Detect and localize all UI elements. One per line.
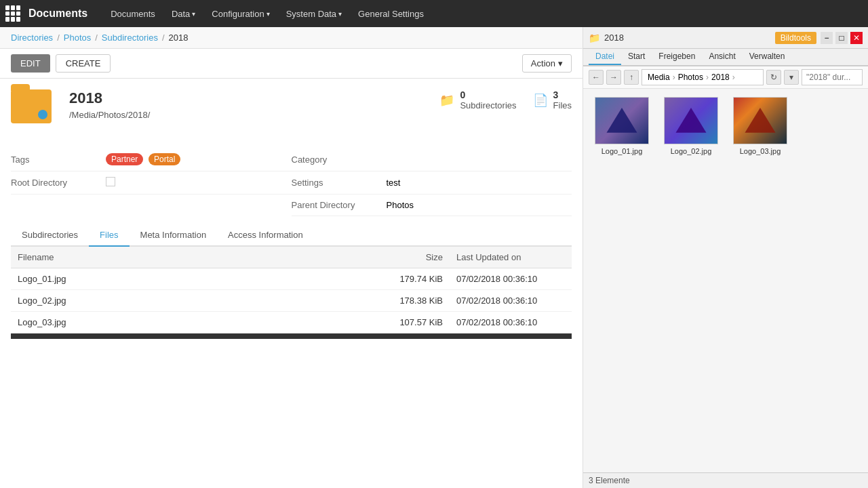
forward-button[interactable]: → <box>606 70 621 85</box>
file-grid: Logo_01.jpg Logo_02.jpg Logo_03.jpg <box>583 89 868 472</box>
dropdown-button[interactable]: ▾ <box>784 70 799 85</box>
main-layout: Directories / Photos / Subdirectories / … <box>0 27 868 488</box>
bildtools-label: Bildtools <box>775 32 816 44</box>
app-title: Documents <box>28 7 87 20</box>
nav-system-data[interactable]: System Data ▾ <box>279 6 349 22</box>
cell-filename: Logo_01.jpg <box>11 268 368 290</box>
maximize-button[interactable]: □ <box>835 32 848 44</box>
category-field: Category <box>292 148 572 171</box>
cell-size: 178.38 KiB <box>368 290 450 312</box>
breadcrumb-sep-3: / <box>162 33 165 43</box>
path-sep-3: › <box>732 73 735 82</box>
back-button[interactable]: ← <box>589 70 604 85</box>
apps-icon[interactable] <box>5 5 22 22</box>
file-item[interactable]: Logo_01.jpg <box>591 97 652 155</box>
address-bar: ← → ↑ Media › Photos › 2018 › ↻ ▾ <box>583 66 868 89</box>
file-name: Logo_02.jpg <box>671 147 712 155</box>
table-row[interactable]: Logo_02.jpg 178.38 KiB 07/02/2018 00:36:… <box>11 290 572 312</box>
breadcrumb-directories[interactable]: Directories <box>11 33 53 43</box>
toolbar: EDIT CREATE Action ▾ <box>0 49 583 79</box>
tab-access-information[interactable]: Access Information <box>217 224 314 247</box>
status-text: 3 Elemente <box>589 476 630 485</box>
folder-icon <box>11 89 52 123</box>
file-stat-icon: 📄 <box>533 93 548 108</box>
directory-path: /Media/Photos/2018/ <box>69 110 439 120</box>
cell-size: 179.74 KiB <box>368 268 450 290</box>
cell-filename: Logo_02.jpg <box>11 290 368 312</box>
folder-stat-icon: 📁 <box>439 93 454 108</box>
minimize-button[interactable]: − <box>821 32 833 44</box>
edit-button[interactable]: EDIT <box>11 54 50 73</box>
breadcrumb-sep-2: / <box>95 33 98 43</box>
top-navigation: Documents Documents Data ▾ Configuration… <box>0 0 868 27</box>
create-button[interactable]: CREATE <box>56 54 111 73</box>
chevron-down-icon: ▾ <box>558 58 563 68</box>
up-button[interactable]: ↑ <box>624 70 639 85</box>
root-directory-field: Root Directory <box>11 171 292 195</box>
ribbon-tab-verwalten[interactable]: Verwalten <box>743 49 792 65</box>
file-item[interactable]: Logo_03.jpg <box>730 97 791 155</box>
col-updated: Last Updated on <box>450 247 572 268</box>
refresh-button[interactable]: ↻ <box>766 70 781 85</box>
tag-portal: Portal <box>149 153 180 165</box>
cell-size: 107.57 KiB <box>368 312 450 333</box>
close-button[interactable]: ✕ <box>850 32 863 44</box>
explorer-title: 2018 <box>604 33 771 43</box>
nav-configuration[interactable]: Configuration ▾ <box>205 6 276 22</box>
windows-explorer: 📁 2018 Bildtools − □ ✕ Datei Start Freig… <box>583 27 868 488</box>
path-sep-1: › <box>673 73 675 82</box>
subdirectories-stat: 📁 0 Subdirectories <box>439 89 516 110</box>
fields-section: Tags Partner Portal Category Root Direct… <box>11 148 572 216</box>
folder-icon-wrap <box>11 89 58 137</box>
tag-partner: Partner <box>106 153 143 165</box>
breadcrumb: Directories / Photos / Subdirectories / … <box>0 27 583 49</box>
thumb-shape <box>674 106 708 135</box>
thumb-shape <box>743 106 777 135</box>
explorer-window-icon: 📁 <box>589 33 600 43</box>
nav-documents[interactable]: Documents <box>104 6 162 22</box>
tab-subdirectories[interactable]: Subdirectories <box>11 224 89 247</box>
chevron-down-icon: ▾ <box>192 10 195 18</box>
explorer-titlebar: 📁 2018 Bildtools − □ ✕ <box>583 27 868 49</box>
root-directory-checkbox[interactable] <box>106 177 115 186</box>
root-directory-value <box>106 177 292 188</box>
breadcrumb-subdirectories[interactable]: Subdirectories <box>102 33 158 43</box>
directory-header: 2018 /Media/Photos/2018/ 📁 0 Subdirector… <box>11 89 572 137</box>
files-table: Filename Size Last Updated on Logo_01.jp… <box>11 247 572 333</box>
parent-directory-value: Photos <box>387 200 572 210</box>
tab-files[interactable]: Files <box>89 224 129 247</box>
action-button[interactable]: Action ▾ <box>522 54 572 73</box>
parent-directory-field: Parent Directory Photos <box>292 195 572 216</box>
ribbon-tab-start[interactable]: Start <box>621 49 652 65</box>
directory-name: 2018 <box>69 89 439 107</box>
ribbon-tab-datei[interactable]: Datei <box>589 49 621 65</box>
file-item[interactable]: Logo_02.jpg <box>660 97 722 155</box>
file-name: Logo_03.jpg <box>740 147 781 155</box>
address-path[interactable]: Media › Photos › 2018 › <box>642 69 764 85</box>
ribbon-tab-freigeben[interactable]: Freigeben <box>652 49 702 65</box>
chevron-down-icon: ▾ <box>267 10 270 18</box>
table-row[interactable]: Logo_03.jpg 107.57 KiB 07/02/2018 00:36:… <box>11 312 572 333</box>
nav-general-settings[interactable]: General Settings <box>351 6 431 22</box>
breadcrumb-current: 2018 <box>169 33 189 43</box>
breadcrumb-photos[interactable]: Photos <box>64 33 91 43</box>
table-row[interactable]: Logo_01.jpg 179.74 KiB 07/02/2018 00:36:… <box>11 268 572 290</box>
cell-updated: 07/02/2018 00:36:10 <box>450 290 572 312</box>
thumb-shape <box>605 106 639 135</box>
files-stat: 📄 3 Files <box>533 89 572 110</box>
window-buttons: − □ ✕ <box>821 32 863 44</box>
search-input[interactable] <box>802 69 863 85</box>
file-thumbnail <box>733 97 787 144</box>
tab-meta-information[interactable]: Meta Information <box>130 224 218 247</box>
ribbon-tab-ansicht[interactable]: Ansicht <box>702 49 742 65</box>
ribbon: Datei Start Freigeben Ansicht Verwalten <box>583 49 868 66</box>
tabs-bar: Subdirectories Files Meta Information Ac… <box>11 224 572 247</box>
path-segment-2018: 2018 <box>711 73 730 82</box>
table-footer <box>11 333 572 339</box>
path-segment-media: Media <box>648 73 670 82</box>
chevron-down-icon: ▾ <box>338 10 342 18</box>
nav-data[interactable]: Data ▾ <box>165 6 202 22</box>
col-size: Size <box>368 247 450 268</box>
path-segment-photos: Photos <box>678 73 703 82</box>
cell-updated: 07/02/2018 00:36:10 <box>450 268 572 290</box>
